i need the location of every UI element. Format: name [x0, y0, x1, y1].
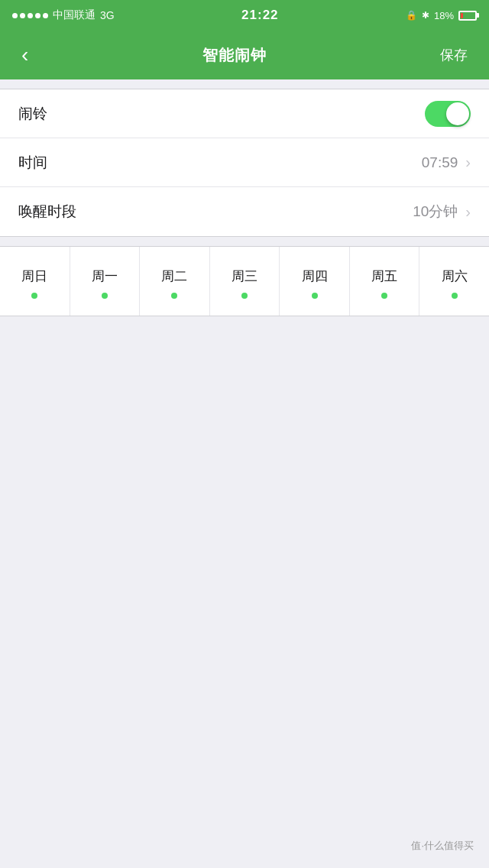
days-grid: 周日周一周二周三周四周五周六: [0, 247, 489, 316]
day-cell-2[interactable]: 周二: [140, 247, 210, 316]
day-cell-3[interactable]: 周三: [210, 247, 280, 316]
signal-icon: [12, 13, 48, 18]
day-cell-0[interactable]: 周日: [0, 247, 70, 316]
battery-icon: [458, 11, 477, 21]
toggle-knob: [446, 102, 469, 125]
day-dot-3: [241, 293, 248, 299]
day-dot-5: [381, 293, 387, 299]
wakeup-right: 10分钟 ›: [413, 202, 471, 222]
network-label: 3G: [100, 9, 115, 21]
page-title: 智能闹钟: [202, 45, 267, 66]
day-dot-2: [171, 293, 177, 299]
day-dot-0: [31, 293, 37, 299]
day-cell-6[interactable]: 周六: [419, 247, 489, 316]
time-label: 21:22: [241, 8, 278, 23]
wakeup-row[interactable]: 唤醒时段 10分钟 ›: [0, 187, 489, 236]
alarm-toggle[interactable]: [425, 101, 471, 127]
day-dot-1: [102, 293, 108, 299]
day-cell-4[interactable]: 周四: [280, 247, 350, 316]
alarm-label: 闹铃: [18, 104, 47, 124]
day-label-3: 周三: [232, 267, 257, 285]
status-left: 中国联通 3G: [12, 8, 115, 22]
wakeup-label: 唤醒时段: [18, 202, 76, 222]
watermark-label: 值·什么值得买: [411, 839, 474, 853]
time-right: 07:59 ›: [422, 154, 471, 171]
alarm-row: 闹铃: [0, 89, 489, 138]
day-label-0: 周日: [21, 267, 47, 285]
status-right: 🔒 ✱ 18%: [406, 10, 477, 21]
settings-section: 闹铃 时间 07:59 › 唤醒时段 10分钟 ›: [0, 89, 489, 237]
day-label-4: 周四: [302, 267, 328, 285]
day-dot-4: [312, 293, 318, 299]
days-section: 周日周一周二周三周四周五周六: [0, 246, 489, 316]
wakeup-value: 10分钟: [413, 202, 458, 222]
day-label-1: 周一: [92, 267, 118, 285]
content-area: 闹铃 时间 07:59 › 唤醒时段 10分钟 › 周日周一周二周三周四周五周六: [0, 89, 489, 316]
carrier-label: 中国联通: [53, 8, 96, 22]
bluetooth-icon: ✱: [422, 10, 429, 21]
time-row[interactable]: 时间 07:59 ›: [0, 138, 489, 187]
save-button[interactable]: 保存: [434, 40, 474, 70]
day-cell-5[interactable]: 周五: [350, 247, 420, 316]
day-dot-6: [452, 293, 458, 299]
day-label-6: 周六: [442, 267, 468, 285]
time-chevron-icon: ›: [465, 154, 471, 171]
status-bar: 中国联通 3G 21:22 🔒 ✱ 18%: [0, 0, 489, 31]
nav-bar: ‹ 智能闹钟 保存: [0, 31, 489, 79]
lock-icon: 🔒: [406, 10, 417, 21]
day-cell-1[interactable]: 周一: [70, 247, 141, 316]
wakeup-chevron-icon: ›: [465, 203, 471, 221]
time-label: 时间: [18, 153, 47, 173]
time-value: 07:59: [422, 154, 458, 171]
battery-percent: 18%: [434, 10, 454, 21]
day-label-2: 周二: [161, 267, 187, 285]
day-label-5: 周五: [371, 267, 397, 285]
back-button[interactable]: ‹: [15, 38, 34, 72]
